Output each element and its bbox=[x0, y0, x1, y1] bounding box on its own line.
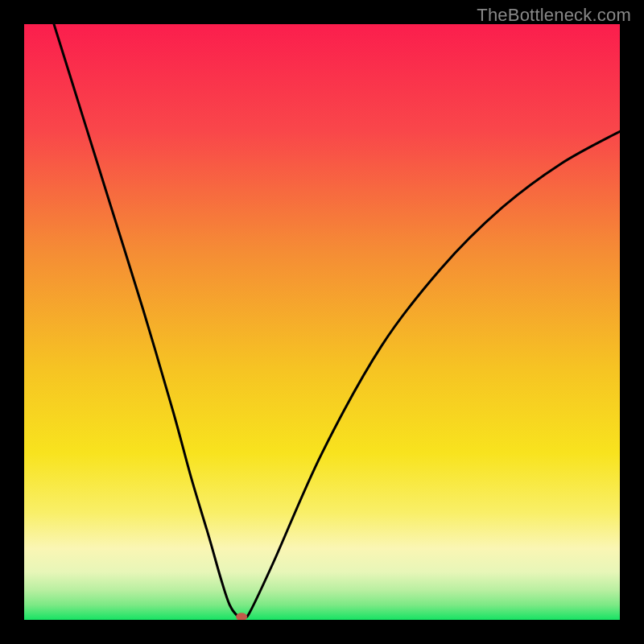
gradient-background bbox=[24, 24, 620, 620]
watermark-text: TheBottleneck.com bbox=[477, 5, 631, 26]
chart-frame: TheBottleneck.com bbox=[0, 0, 644, 644]
chart-svg bbox=[24, 24, 620, 620]
plot-area bbox=[24, 24, 620, 620]
